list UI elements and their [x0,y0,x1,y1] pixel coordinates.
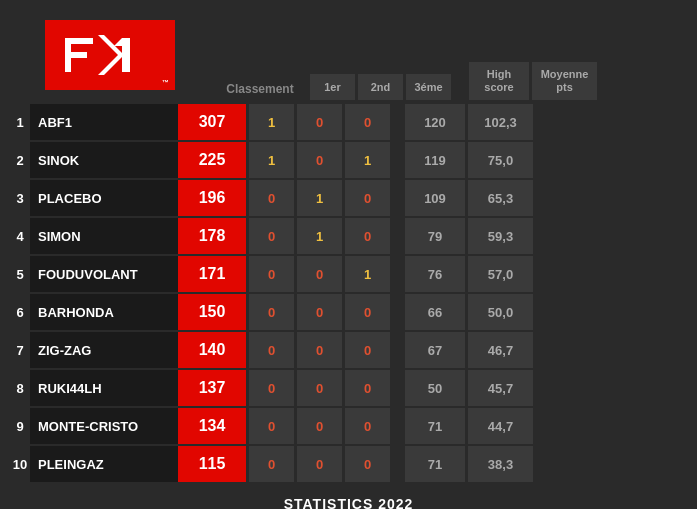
pos-3rd: 0 [345,104,390,140]
footer: STATISTICS 2022 [10,492,687,509]
f1-logo-svg [60,30,160,80]
rank-number: 8 [10,381,30,396]
team-name: SINOK [30,142,178,178]
pos-3rd: 0 [345,332,390,368]
positions: 0 1 0 [249,180,390,216]
main-container: ™ Classement 1er 2nd 3éme High score Moy… [0,0,697,509]
highscore-cell: 76 [405,256,465,292]
score-box: 150 [178,294,246,330]
score-box: 178 [178,218,246,254]
team-name: ABF1 [30,104,178,140]
pos-2nd: 0 [297,446,342,482]
team-name: PLEINGAZ [30,446,178,482]
pos-1st: 0 [249,446,294,482]
pos-2nd: 1 [297,218,342,254]
highscore-cell: 71 [405,408,465,444]
score-box: 134 [178,408,246,444]
average-cell: 46,7 [468,332,533,368]
col-header-hs: High score [469,62,529,100]
svg-marker-4 [114,38,122,46]
positions: 1 0 1 [249,142,390,178]
col-header-1er: 1er [310,74,355,100]
table-row: 4 SIMON 178 0 1 0 79 59,3 [10,218,687,254]
col-header-avg: Moyenne pts [532,62,597,100]
score-box: 137 [178,370,246,406]
pos-2nd: 0 [297,370,342,406]
team-name: SIMON [30,218,178,254]
pos-1st: 0 [249,256,294,292]
table-row: 10 PLEINGAZ 115 0 0 0 71 38,3 [10,446,687,482]
pos-2nd: 0 [297,332,342,368]
positions: 0 1 0 [249,218,390,254]
average-cell: 44,7 [468,408,533,444]
rank-number: 7 [10,343,30,358]
positions: 0 0 1 [249,256,390,292]
pos-1st: 0 [249,294,294,330]
pos-1st: 1 [249,142,294,178]
rank-number: 6 [10,305,30,320]
rank-number: 10 [10,457,30,472]
rank-number: 4 [10,229,30,244]
highscore-cell: 109 [405,180,465,216]
positions: 1 0 0 [249,104,390,140]
table-row: 1 ABF1 307 1 0 0 120 102,3 [10,104,687,140]
pos-3rd: 0 [345,370,390,406]
pos-2nd: 0 [297,294,342,330]
team-name: FOUDUVOLANT [30,256,178,292]
table-row: 3 PLACEBO 196 0 1 0 109 65,3 [10,180,687,216]
pos-3rd: 1 [345,256,390,292]
rank-number: 5 [10,267,30,282]
f1-logo: ™ [45,20,175,90]
col-header-2nd: 2nd [358,74,403,100]
pos-3rd: 1 [345,142,390,178]
team-name: ZIG-ZAG [30,332,178,368]
score-box: 115 [178,446,246,482]
highscore-cell: 120 [405,104,465,140]
pos-1st: 0 [249,332,294,368]
table-row: 5 FOUDUVOLANT 171 0 0 1 76 57,0 [10,256,687,292]
average-cell: 59,3 [468,218,533,254]
rank-number: 1 [10,115,30,130]
table-row: 7 ZIG-ZAG 140 0 0 0 67 46,7 [10,332,687,368]
average-cell: 65,3 [468,180,533,216]
score-box: 307 [178,104,246,140]
table-row: 6 BARHONDA 150 0 0 0 66 50,0 [10,294,687,330]
classement-label: Classement [210,10,310,100]
highscore-cell: 71 [405,446,465,482]
pos-3rd: 0 [345,218,390,254]
highscore-cell: 119 [405,142,465,178]
table-row: 2 SINOK 225 1 0 1 119 75,0 [10,142,687,178]
col-header-3eme: 3éme [406,74,451,100]
team-name: BARHONDA [30,294,178,330]
team-name: MONTE-CRISTO [30,408,178,444]
highscore-cell: 67 [405,332,465,368]
positions: 0 0 0 [249,446,390,482]
rank-number: 2 [10,153,30,168]
average-cell: 50,0 [468,294,533,330]
pos-3rd: 0 [345,408,390,444]
positions: 0 0 0 [249,294,390,330]
pos-2nd: 1 [297,180,342,216]
data-rows: 1 ABF1 307 1 0 0 120 102,3 2 SINOK 225 1… [10,104,687,482]
pos-2nd: 0 [297,104,342,140]
score-box: 140 [178,332,246,368]
pos-1st: 1 [249,104,294,140]
rank-number: 3 [10,191,30,206]
rank-number: 9 [10,419,30,434]
table-row: 8 RUKI44LH 137 0 0 0 50 45,7 [10,370,687,406]
pos-1st: 0 [249,370,294,406]
score-box: 171 [178,256,246,292]
pos-3rd: 0 [345,180,390,216]
average-cell: 45,7 [468,370,533,406]
pos-2nd: 0 [297,408,342,444]
pos-1st: 0 [249,180,294,216]
positions: 0 0 0 [249,408,390,444]
col-headers: 1er 2nd 3éme High score Moyenne pts [310,10,597,100]
highscore-cell: 66 [405,294,465,330]
team-name: RUKI44LH [30,370,178,406]
average-cell: 75,0 [468,142,533,178]
pos-2nd: 0 [297,142,342,178]
score-box: 196 [178,180,246,216]
average-cell: 57,0 [468,256,533,292]
logo-area: ™ [10,10,210,100]
